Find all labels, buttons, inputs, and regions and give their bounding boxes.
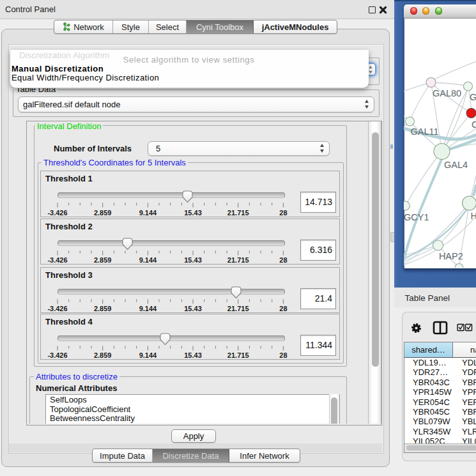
svg-text:GA: GA (470, 92, 476, 102)
svg-text:GCY1: GCY1 (404, 212, 429, 222)
svg-text:GAL80: GAL80 (433, 88, 461, 98)
svg-text:HAP2: HAP2 (438, 251, 463, 261)
svg-text:C: C (472, 119, 476, 130)
svg-text:GAL11: GAL11 (410, 127, 438, 137)
svg-text:GAL4: GAL4 (444, 160, 468, 170)
svg-text:H: H (470, 211, 476, 221)
